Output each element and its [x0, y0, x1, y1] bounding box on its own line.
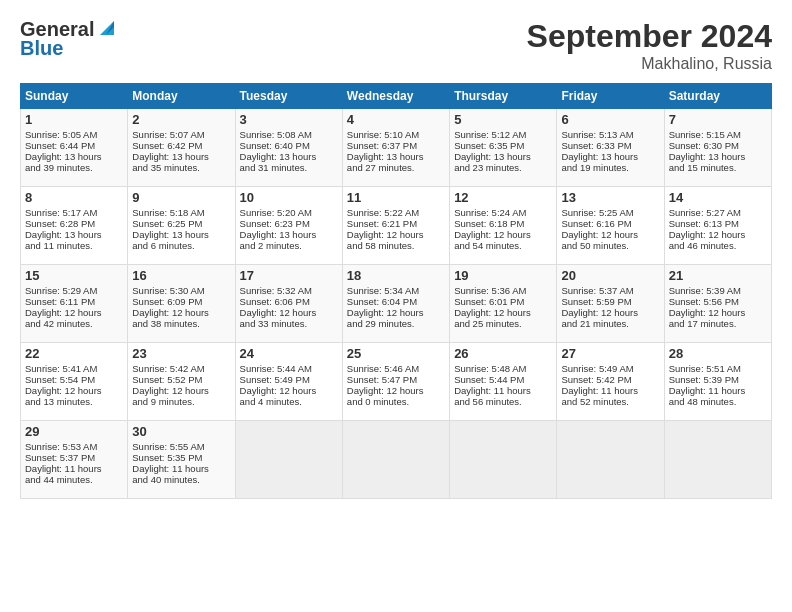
day-info: and 0 minutes.: [347, 396, 445, 407]
calendar-cell: [235, 421, 342, 499]
calendar-cell: 21Sunrise: 5:39 AMSunset: 5:56 PMDayligh…: [664, 265, 771, 343]
day-info: Daylight: 11 hours: [561, 385, 659, 396]
day-info: and 29 minutes.: [347, 318, 445, 329]
calendar-cell: 5Sunrise: 5:12 AMSunset: 6:35 PMDaylight…: [450, 109, 557, 187]
day-number: 3: [240, 112, 338, 127]
day-info: Sunset: 6:09 PM: [132, 296, 230, 307]
day-info: and 13 minutes.: [25, 396, 123, 407]
day-info: and 6 minutes.: [132, 240, 230, 251]
logo: General Blue: [20, 18, 118, 60]
day-number: 12: [454, 190, 552, 205]
day-info: Sunrise: 5:22 AM: [347, 207, 445, 218]
day-info: Daylight: 13 hours: [669, 151, 767, 162]
day-info: Sunrise: 5:44 AM: [240, 363, 338, 374]
day-number: 2: [132, 112, 230, 127]
calendar-cell: 11Sunrise: 5:22 AMSunset: 6:21 PMDayligh…: [342, 187, 449, 265]
day-info: Sunset: 6:30 PM: [669, 140, 767, 151]
day-info: and 25 minutes.: [454, 318, 552, 329]
day-number: 21: [669, 268, 767, 283]
calendar-cell: 29Sunrise: 5:53 AMSunset: 5:37 PMDayligh…: [21, 421, 128, 499]
day-info: Daylight: 12 hours: [347, 229, 445, 240]
day-info: and 44 minutes.: [25, 474, 123, 485]
col-header-friday: Friday: [557, 84, 664, 109]
day-info: Sunrise: 5:48 AM: [454, 363, 552, 374]
day-info: Sunrise: 5:42 AM: [132, 363, 230, 374]
day-info: Daylight: 13 hours: [561, 151, 659, 162]
day-info: Sunrise: 5:55 AM: [132, 441, 230, 452]
day-number: 30: [132, 424, 230, 439]
calendar-cell: 16Sunrise: 5:30 AMSunset: 6:09 PMDayligh…: [128, 265, 235, 343]
day-number: 10: [240, 190, 338, 205]
day-info: Sunset: 6:04 PM: [347, 296, 445, 307]
calendar-cell: 6Sunrise: 5:13 AMSunset: 6:33 PMDaylight…: [557, 109, 664, 187]
week-row-2: 8Sunrise: 5:17 AMSunset: 6:28 PMDaylight…: [21, 187, 772, 265]
calendar-cell: [342, 421, 449, 499]
header: General Blue September 2024 Makhalino, R…: [20, 18, 772, 73]
day-info: Daylight: 11 hours: [669, 385, 767, 396]
calendar-cell: 2Sunrise: 5:07 AMSunset: 6:42 PMDaylight…: [128, 109, 235, 187]
day-info: Sunrise: 5:37 AM: [561, 285, 659, 296]
day-info: and 27 minutes.: [347, 162, 445, 173]
day-info: Daylight: 11 hours: [132, 463, 230, 474]
day-info: Sunrise: 5:12 AM: [454, 129, 552, 140]
day-info: Sunset: 5:35 PM: [132, 452, 230, 463]
calendar-cell: [450, 421, 557, 499]
header-row: SundayMondayTuesdayWednesdayThursdayFrid…: [21, 84, 772, 109]
day-number: 23: [132, 346, 230, 361]
day-info: Sunrise: 5:05 AM: [25, 129, 123, 140]
day-info: Daylight: 13 hours: [347, 151, 445, 162]
day-info: and 17 minutes.: [669, 318, 767, 329]
day-number: 14: [669, 190, 767, 205]
day-info: Sunrise: 5:07 AM: [132, 129, 230, 140]
day-number: 29: [25, 424, 123, 439]
calendar-cell: 30Sunrise: 5:55 AMSunset: 5:35 PMDayligh…: [128, 421, 235, 499]
day-info: Daylight: 12 hours: [347, 385, 445, 396]
calendar-cell: 10Sunrise: 5:20 AMSunset: 6:23 PMDayligh…: [235, 187, 342, 265]
day-number: 28: [669, 346, 767, 361]
day-info: Daylight: 12 hours: [240, 385, 338, 396]
col-header-monday: Monday: [128, 84, 235, 109]
day-info: Sunset: 5:37 PM: [25, 452, 123, 463]
day-info: Sunset: 5:52 PM: [132, 374, 230, 385]
day-number: 7: [669, 112, 767, 127]
day-info: and 15 minutes.: [669, 162, 767, 173]
day-number: 9: [132, 190, 230, 205]
day-info: Daylight: 11 hours: [25, 463, 123, 474]
col-header-tuesday: Tuesday: [235, 84, 342, 109]
day-info: and 33 minutes.: [240, 318, 338, 329]
day-number: 19: [454, 268, 552, 283]
day-info: and 58 minutes.: [347, 240, 445, 251]
calendar-cell: 3Sunrise: 5:08 AMSunset: 6:40 PMDaylight…: [235, 109, 342, 187]
day-info: Sunrise: 5:24 AM: [454, 207, 552, 218]
day-info: and 39 minutes.: [25, 162, 123, 173]
day-info: Sunset: 6:35 PM: [454, 140, 552, 151]
day-info: Sunrise: 5:25 AM: [561, 207, 659, 218]
location: Makhalino, Russia: [527, 55, 772, 73]
day-info: Sunrise: 5:17 AM: [25, 207, 123, 218]
day-info: Daylight: 13 hours: [132, 151, 230, 162]
day-info: Daylight: 13 hours: [132, 229, 230, 240]
day-info: Sunrise: 5:20 AM: [240, 207, 338, 218]
day-info: Sunset: 6:37 PM: [347, 140, 445, 151]
day-info: Sunset: 6:25 PM: [132, 218, 230, 229]
calendar-cell: 20Sunrise: 5:37 AMSunset: 5:59 PMDayligh…: [557, 265, 664, 343]
day-info: and 52 minutes.: [561, 396, 659, 407]
calendar-cell: 4Sunrise: 5:10 AMSunset: 6:37 PMDaylight…: [342, 109, 449, 187]
day-info: Sunrise: 5:34 AM: [347, 285, 445, 296]
day-info: and 11 minutes.: [25, 240, 123, 251]
day-info: Sunset: 6:11 PM: [25, 296, 123, 307]
day-info: and 9 minutes.: [132, 396, 230, 407]
calendar-cell: 18Sunrise: 5:34 AMSunset: 6:04 PMDayligh…: [342, 265, 449, 343]
day-info: Daylight: 13 hours: [25, 151, 123, 162]
day-info: Daylight: 13 hours: [240, 229, 338, 240]
week-row-3: 15Sunrise: 5:29 AMSunset: 6:11 PMDayligh…: [21, 265, 772, 343]
calendar-cell: 22Sunrise: 5:41 AMSunset: 5:54 PMDayligh…: [21, 343, 128, 421]
day-number: 18: [347, 268, 445, 283]
day-info: and 48 minutes.: [669, 396, 767, 407]
day-info: Sunrise: 5:30 AM: [132, 285, 230, 296]
day-info: Sunrise: 5:53 AM: [25, 441, 123, 452]
title-block: September 2024 Makhalino, Russia: [527, 18, 772, 73]
day-number: 13: [561, 190, 659, 205]
logo-arrow-icon: [96, 17, 118, 39]
day-info: and 31 minutes.: [240, 162, 338, 173]
